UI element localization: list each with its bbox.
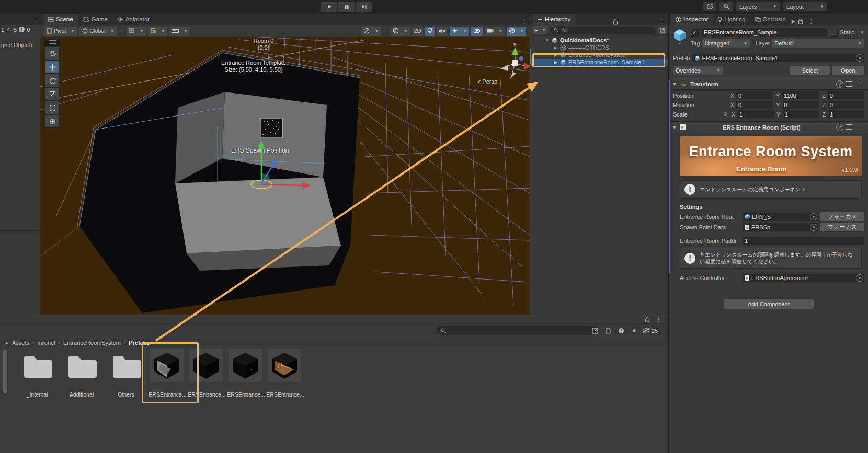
search-by-type-icon[interactable] xyxy=(603,326,613,335)
folder-item-additional[interactable]: Additional xyxy=(64,349,99,398)
hierarchy-row-others[interactable]: ▶ =====OTHERS xyxy=(530,44,669,51)
focus-root-button[interactable]: フォーカス xyxy=(820,212,864,221)
presets-icon[interactable] xyxy=(846,81,852,87)
focus-spawn-button[interactable]: フォーカス xyxy=(820,223,864,231)
rotate-tool-button[interactable] xyxy=(45,74,59,87)
spawn-point-data-field[interactable]: ERSSp xyxy=(743,223,818,231)
scene-visibility-toggle[interactable] xyxy=(471,27,483,36)
tab-game[interactable]: Game xyxy=(78,14,112,25)
position-z-field[interactable]: 0 xyxy=(828,91,864,99)
rect-tool-button[interactable] xyxy=(45,101,59,114)
prefab-asset-2[interactable]: ERSEntrance... xyxy=(189,349,223,398)
static-checkbox[interactable] xyxy=(830,29,838,37)
kebab-menu-icon[interactable]: ⋮ xyxy=(656,18,667,25)
play-button[interactable] xyxy=(321,2,337,12)
tab-hierarchy[interactable]: Hierarchy xyxy=(532,14,575,25)
pivot-dropdown[interactable]: Pivot▼ xyxy=(44,27,77,36)
scene-viewport[interactable]: y x Room 0 (0,0) Entrance Room Template … xyxy=(40,37,530,315)
transform-header[interactable]: ▼ Transform ? ⋮ xyxy=(669,78,868,90)
persp-label[interactable]: < Persp xyxy=(464,78,511,85)
breadcrumb-prefabs[interactable]: Prefabs xyxy=(129,340,150,346)
help-icon[interactable]: ? xyxy=(836,80,843,88)
object-picker-icon[interactable] xyxy=(856,274,863,282)
camera-settings-dropdown[interactable]: ▼ xyxy=(485,27,505,36)
constrain-proportions-icon[interactable]: ⊘ xyxy=(722,111,728,117)
open-search-window-icon[interactable] xyxy=(590,326,600,335)
foldout-open-icon[interactable]: ▼ xyxy=(672,124,677,130)
kebab-menu-icon[interactable]: ⋮ xyxy=(854,80,865,87)
undo-history-button[interactable] xyxy=(703,2,716,11)
search-button[interactable] xyxy=(719,2,733,11)
scene-lighting-toggle[interactable] xyxy=(425,27,435,36)
console-message-count[interactable]: 1 xyxy=(1,27,4,33)
folder-item-internal[interactable]: _Internal xyxy=(20,349,54,398)
collapse-triangle-icon[interactable]: ▲ xyxy=(5,340,9,345)
kebab-menu-icon[interactable]: ⋮ xyxy=(519,18,530,25)
padding-field[interactable]: 1 xyxy=(743,237,864,245)
hierarchy-row-scene[interactable]: ▼ QuickInstallDocs* xyxy=(530,37,669,44)
tab-lighting[interactable]: Lighting xyxy=(713,14,750,25)
foldout-closed-icon[interactable]: ▶ xyxy=(553,53,558,57)
prefab-asset-4[interactable]: ERSEntrance... xyxy=(267,349,302,398)
step-button[interactable] xyxy=(356,2,372,12)
2d-toggle[interactable]: 2D xyxy=(412,27,423,36)
scale-z-field[interactable]: 1 xyxy=(828,110,864,118)
shading-mode-dropdown[interactable]: ▼ xyxy=(391,27,410,36)
scrollbar[interactable] xyxy=(3,350,7,393)
gameobject-name-field[interactable]: ERSEntranceRoom_Sample xyxy=(701,28,827,37)
prefab-object-field[interactable]: ERSEntranceRoom_Sample1 xyxy=(692,54,864,62)
transform-tool-button[interactable] xyxy=(45,115,59,127)
search-by-label-icon[interactable] xyxy=(616,326,626,335)
grid-snap-dropdown[interactable]: ▼ xyxy=(148,27,167,36)
audio-mute-toggle[interactable] xyxy=(437,27,448,36)
presets-icon[interactable] xyxy=(846,124,852,130)
render-doodad-dropdown[interactable]: ▼ xyxy=(361,27,381,36)
breadcrumb-entranceroomsystem[interactable]: EntranceRoomSystem xyxy=(63,340,121,346)
lock-icon[interactable] xyxy=(645,317,650,322)
foldout-open-icon[interactable]: ▼ xyxy=(672,81,677,87)
global-dropdown[interactable]: Global▼ xyxy=(79,27,117,36)
create-object-button[interactable]: +▼ xyxy=(532,26,548,34)
layer-dropdown[interactable]: Default▼ xyxy=(772,39,864,48)
entrance-room-root-field[interactable]: ERS_S xyxy=(743,213,818,221)
tab-animator[interactable]: Animator xyxy=(112,14,154,25)
open-prefab-arrow[interactable]: > xyxy=(663,52,666,58)
scale-x-field[interactable]: 1 xyxy=(737,110,774,118)
move-tool-button[interactable] xyxy=(45,61,59,73)
breadcrumb-assets[interactable]: Assets xyxy=(12,340,29,346)
gizmos-globe-dropdown[interactable]: ▼ xyxy=(507,27,526,36)
console-warning-count[interactable]: 5 xyxy=(14,27,17,33)
open-button[interactable]: Open xyxy=(832,66,864,75)
kebab-menu-icon[interactable]: ⋮ xyxy=(29,16,40,22)
foldout-closed-icon[interactable]: ▶ xyxy=(553,45,558,50)
project-content[interactable]: _Internal Additional Others xyxy=(0,346,668,453)
kebab-menu-icon[interactable]: ⋮ xyxy=(806,18,817,25)
hand-tool-button[interactable] xyxy=(45,47,59,60)
active-checkbox[interactable]: ✓ xyxy=(691,29,699,37)
breadcrumb-mikinel[interactable]: mikinel xyxy=(37,340,55,346)
rotation-z-field[interactable]: 0 xyxy=(828,101,864,109)
hidden-count[interactable]: 25 xyxy=(642,328,658,334)
object-picker-icon[interactable] xyxy=(856,54,863,62)
grid-visibility-dropdown[interactable]: ▼ xyxy=(127,27,146,36)
overrides-dropdown[interactable]: Overrides▼ xyxy=(673,66,723,75)
effects-dropdown[interactable]: ▼ xyxy=(450,27,469,36)
ers-component-header[interactable]: ▼ # ERS Entrance Room (Script) ? ⋮ xyxy=(669,122,868,133)
foldout-closed-icon[interactable]: ▶ xyxy=(553,60,558,65)
console-error-count[interactable]: 0 xyxy=(27,27,30,33)
tab-occlusion[interactable]: Occlusio xyxy=(750,14,791,25)
add-component-button[interactable]: Add Component xyxy=(724,299,814,309)
object-picker-icon[interactable] xyxy=(810,224,817,231)
scale-y-field[interactable]: 1 xyxy=(783,110,819,118)
tab-inspector[interactable]: Inspector xyxy=(671,14,713,25)
tool-strip-handle[interactable] xyxy=(44,39,60,46)
chevron-down-icon[interactable]: ▼ xyxy=(678,42,682,45)
rotation-x-field[interactable]: 0 xyxy=(736,101,773,109)
layers-dropdown[interactable]: Layers▼ xyxy=(736,2,780,11)
select-button[interactable]: Select xyxy=(790,66,830,75)
favorite-star-icon[interactable]: ★ xyxy=(629,326,639,335)
kebab-menu-icon[interactable]: ⋮ xyxy=(653,316,664,323)
access-controller-field[interactable]: # ERSButtonAgreement xyxy=(743,274,864,282)
snap-increment-dropdown[interactable]: ▼ xyxy=(169,27,190,36)
layout-dropdown[interactable]: Layout▼ xyxy=(783,2,827,11)
